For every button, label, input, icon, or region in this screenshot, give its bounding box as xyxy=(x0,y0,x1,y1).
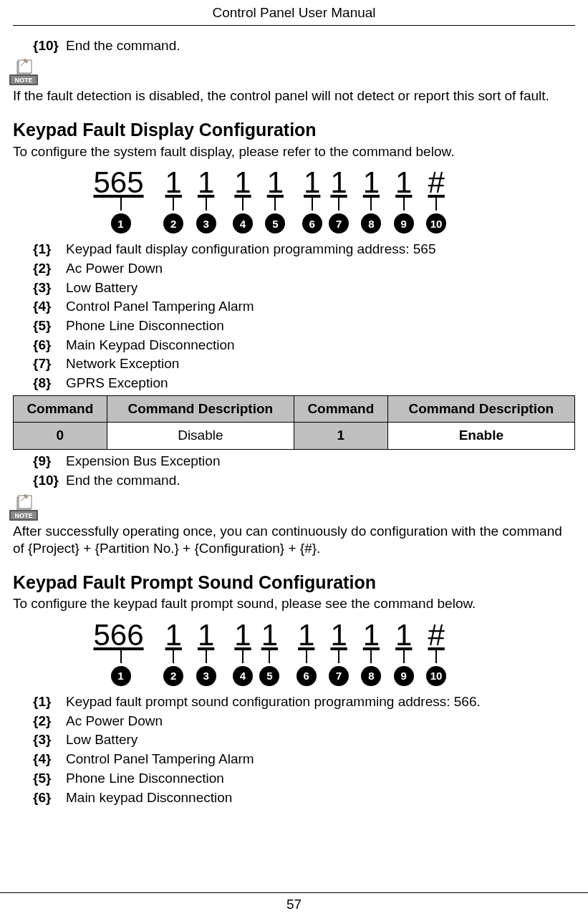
item-text: Keypad fault display configuration progr… xyxy=(66,241,435,259)
cmd-index: 4 xyxy=(233,666,253,686)
item-key: {5} xyxy=(33,770,66,788)
table-cell: Enable xyxy=(387,423,574,450)
cmd-digit: 1 xyxy=(163,620,185,650)
command-diagram: 5651 12 13 14 15 16 17 18 19 #10 xyxy=(94,168,495,233)
list-item: {2}Ac Power Down xyxy=(33,713,575,730)
svg-text:NOTE: NOTE xyxy=(14,512,32,519)
header-title: Control Panel User Manual xyxy=(212,5,375,20)
cmd-index: 7 xyxy=(329,213,349,233)
item-key: {2} xyxy=(33,260,66,278)
item-key: {6} xyxy=(33,789,66,807)
page-number: 57 xyxy=(286,897,302,912)
list-item: {10} End the command. xyxy=(33,37,575,55)
cmd-index: 9 xyxy=(394,666,414,686)
item-text: Control Panel Tampering Alarm xyxy=(66,298,254,316)
item-key: {3} xyxy=(33,731,66,749)
item-key: {7} xyxy=(33,355,66,373)
list-item: {6}Main Keypad Disconnection xyxy=(33,337,575,355)
list-item: {6}Main keypad Disconnection xyxy=(33,789,575,807)
cmd-index: 6 xyxy=(302,213,322,233)
table-cell: Disable xyxy=(107,423,294,450)
list-item: {1}Keypad fault display configuration pr… xyxy=(33,241,575,259)
cmd-index: 10 xyxy=(426,213,446,233)
cmd-digit: 1 xyxy=(259,620,281,650)
table-header: Command Description xyxy=(387,395,574,423)
cmd-digit: 1 xyxy=(327,620,350,650)
item-key: {8} xyxy=(33,375,66,392)
item-text: Control Panel Tampering Alarm xyxy=(66,751,254,768)
page-footer: 57 xyxy=(0,892,588,914)
table-header: Command xyxy=(14,395,107,423)
item-text: Low Battery xyxy=(66,279,138,297)
cmd-index: 5 xyxy=(265,213,285,233)
section-heading: Keypad Fault Display Configuration xyxy=(13,118,575,142)
list-item: {5}Phone Line Disconnection xyxy=(33,317,575,335)
item-key: {2} xyxy=(33,713,66,730)
cmd-index: 3 xyxy=(196,213,216,233)
list-item: {8}GPRS Exception xyxy=(33,375,575,392)
list-item: {5}Phone Line Disconnection xyxy=(33,770,575,788)
item-text: Expension Bus Exception xyxy=(66,453,220,471)
item-text: End the command. xyxy=(66,472,180,490)
cmd-digit: # xyxy=(425,168,447,198)
cmd-digit: 1 xyxy=(327,168,350,198)
cmd-digit: # xyxy=(425,620,447,650)
item-key: {3} xyxy=(33,279,66,297)
list-item: {9}Expension Bus Exception xyxy=(33,453,575,471)
cmd-digit: 1 xyxy=(295,620,317,650)
list-item: {10}End the command. xyxy=(33,472,575,490)
item-key: {4} xyxy=(33,298,66,316)
list-item: {3}Low Battery xyxy=(33,731,575,749)
item-text: Ac Power Down xyxy=(66,713,163,730)
note-icon: NOTE xyxy=(9,59,39,86)
item-text: Main keypad Disconnection xyxy=(66,789,232,807)
item-key: {1} xyxy=(33,241,66,259)
table-header: Command Description xyxy=(107,395,294,423)
cmd-digit: 1 xyxy=(392,620,415,650)
item-text: Network Exception xyxy=(66,355,179,373)
item-text: Ac Power Down xyxy=(66,260,163,278)
section-intro: To configure the keypad fault prompt sou… xyxy=(13,595,575,613)
list-item: {2}Ac Power Down xyxy=(33,260,575,278)
item-key: {10} xyxy=(33,472,66,490)
item-key: {6} xyxy=(33,337,66,355)
item-text: Phone Line Disconnection xyxy=(66,770,224,788)
cmd-index: 2 xyxy=(163,666,183,686)
cmd-index: 3 xyxy=(196,666,216,686)
cmd-digit: 1 xyxy=(163,168,185,198)
cmd-digit: 1 xyxy=(360,168,382,198)
item-text: Keypad fault prompt sound configuration … xyxy=(66,693,481,711)
list-item: {3}Low Battery xyxy=(33,279,575,297)
cmd-digit: 1 xyxy=(231,168,254,198)
item-text: GPRS Exception xyxy=(66,375,168,392)
cmd-index: 7 xyxy=(329,666,349,686)
item-text: End the command. xyxy=(66,37,180,55)
cmd-digit: 1 xyxy=(195,168,217,198)
item-key: {9} xyxy=(33,453,66,471)
table-cell: 1 xyxy=(294,423,387,450)
item-text: Main Keypad Disconnection xyxy=(66,337,235,355)
item-key: {4} xyxy=(33,751,66,768)
item-key: {5} xyxy=(33,317,66,335)
svg-text:NOTE: NOTE xyxy=(14,77,32,84)
cmd-index: 9 xyxy=(394,213,414,233)
cmd-digit: 1 xyxy=(195,620,217,650)
item-text: Low Battery xyxy=(66,731,138,749)
cmd-index: 1 xyxy=(111,213,131,233)
cmd-digit: 566 xyxy=(94,620,148,650)
item-text: Phone Line Disconnection xyxy=(66,317,224,335)
list-item: {7}Network Exception xyxy=(33,355,575,373)
note-icon: NOTE xyxy=(9,494,39,521)
cmd-digit: 565 xyxy=(94,168,148,198)
cmd-index: 8 xyxy=(361,213,381,233)
table-cell: 0 xyxy=(14,423,107,450)
cmd-digit: 1 xyxy=(231,620,254,650)
cmd-index: 8 xyxy=(361,666,381,686)
section-intro: To configure the system fault display, p… xyxy=(13,143,575,161)
command-table: Command Command Description Command Comm… xyxy=(13,395,575,450)
page-header: Control Panel User Manual xyxy=(13,0,575,26)
note-text: After successfully operating once, you c… xyxy=(13,523,575,558)
command-diagram: 5661 12 13 14 15 16 17 18 19 #10 xyxy=(94,620,495,686)
cmd-index: 2 xyxy=(163,213,183,233)
cmd-digit: 1 xyxy=(301,168,323,198)
